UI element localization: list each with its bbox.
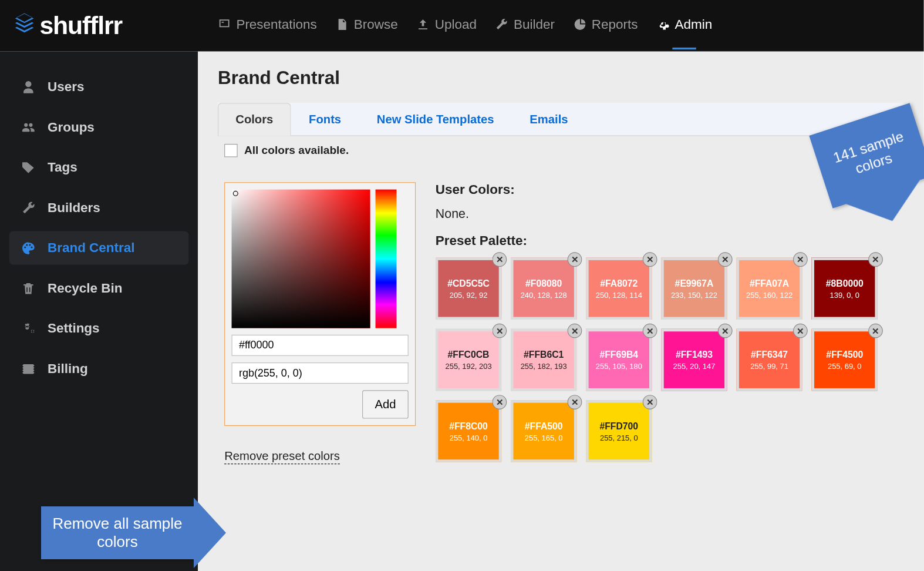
swatch-hex: #FF1493: [676, 350, 713, 360]
page-title: Brand Central: [218, 68, 904, 89]
presentation-icon: [218, 18, 231, 31]
swatch-hex: #8B0000: [826, 278, 864, 288]
all-colors-label: All colors available.: [244, 144, 349, 157]
sidebar-item-groups[interactable]: Groups: [9, 110, 189, 144]
swatch-rgb: 255, 192, 203: [446, 362, 492, 370]
swatch-hex: #FFA500: [525, 421, 563, 431]
sidebar-item-brand-central[interactable]: Brand Central: [9, 231, 189, 264]
sidebar-label: Tags: [48, 160, 77, 175]
remove-swatch-button[interactable]: ✕: [568, 395, 582, 409]
nav-reports[interactable]: Reports: [573, 17, 638, 35]
swatch-hex: #E9967A: [675, 278, 714, 288]
sidebar-label: Users: [48, 79, 85, 95]
remove-swatch-button[interactable]: ✕: [793, 324, 808, 338]
sidebar-item-billing[interactable]: Billing: [9, 352, 189, 385]
nav-upload[interactable]: Upload: [416, 17, 477, 35]
logo-icon: [13, 12, 35, 39]
swatch-rgb: 205, 92, 92: [450, 291, 488, 299]
all-colors-checkbox[interactable]: [224, 144, 237, 157]
sidebar-label: Billing: [48, 361, 88, 377]
remove-swatch-button[interactable]: ✕: [868, 252, 883, 267]
color-swatch[interactable]: ✕#FFA500255, 165, 0: [511, 400, 576, 462]
color-swatch[interactable]: ✕#FF69B4255, 105, 180: [586, 329, 652, 391]
swatch-rgb: 255, 105, 180: [596, 362, 642, 370]
swatch-hex: #FFC0CB: [448, 350, 490, 360]
remove-swatch-button[interactable]: ✕: [793, 252, 808, 267]
nav-presentations[interactable]: Presentations: [218, 17, 317, 35]
color-swatch[interactable]: ✕#F08080240, 128, 128: [511, 257, 576, 320]
swatch-hex: #F08080: [525, 278, 562, 288]
wrench-icon: [495, 18, 508, 31]
nav-admin[interactable]: Admin: [656, 17, 712, 35]
sidebar-label: Brand Central: [48, 240, 135, 256]
swatch-rgb: 250, 128, 114: [596, 291, 642, 299]
color-swatch[interactable]: ✕#FF6347255, 99, 71: [736, 329, 802, 391]
nav-builder[interactable]: Builder: [495, 17, 554, 35]
add-color-button[interactable]: Add: [362, 390, 409, 418]
color-swatch[interactable]: ✕#FF4500255, 69, 0: [812, 329, 878, 391]
sidebar-label: Builders: [48, 200, 100, 216]
nav-label: Reports: [592, 17, 638, 32]
remove-swatch-button[interactable]: ✕: [718, 252, 733, 267]
remove-swatch-button[interactable]: ✕: [493, 324, 507, 338]
tabs: Colors Fonts New Slide Templates Emails: [218, 103, 904, 136]
color-swatch[interactable]: ✕#FFA07A255, 160, 122: [736, 257, 802, 320]
remove-swatch-button[interactable]: ✕: [493, 252, 507, 267]
user-icon: [21, 79, 36, 94]
swatch-hex: #CD5C5C: [447, 278, 490, 288]
swatch-rgb: 255, 160, 122: [746, 291, 793, 299]
picker-handle[interactable]: [233, 191, 238, 196]
color-swatch[interactable]: ✕#E9967A233, 150, 122: [661, 257, 727, 320]
sidebar-item-settings[interactable]: Settings: [9, 312, 189, 345]
upload-icon: [416, 18, 429, 31]
color-swatch[interactable]: ✕#FFD700255, 215, 0: [586, 400, 652, 462]
hue-slider[interactable]: [376, 190, 397, 328]
tab-colors[interactable]: Colors: [218, 103, 291, 136]
colors-panel: Add Remove preset colors User Colors: No…: [218, 167, 904, 478]
nav-label: Browse: [354, 17, 398, 32]
sidebar-item-recycle-bin[interactable]: Recycle Bin: [9, 271, 189, 305]
gears-icon: [21, 321, 36, 336]
color-swatch[interactable]: ✕#CD5C5C205, 92, 92: [436, 257, 501, 320]
color-swatch[interactable]: ✕#8B0000139, 0, 0: [812, 257, 878, 320]
remove-swatch-button[interactable]: ✕: [643, 395, 657, 409]
remove-swatch-button[interactable]: ✕: [568, 324, 582, 338]
trash-icon: [21, 281, 36, 295]
color-swatch[interactable]: ✕#FFB6C1255, 182, 193: [511, 329, 576, 391]
sidebar-item-tags[interactable]: Tags: [9, 150, 189, 184]
tab-new-slide-templates[interactable]: New Slide Templates: [359, 103, 511, 136]
remove-preset-colors-link[interactable]: Remove preset colors: [224, 449, 340, 464]
color-swatch[interactable]: ✕#FFC0CB255, 192, 203: [436, 329, 501, 391]
sidebar-item-builders[interactable]: Builders: [9, 191, 189, 224]
tab-label: New Slide Templates: [377, 113, 494, 126]
color-swatch[interactable]: ✕#FA8072250, 128, 114: [586, 257, 652, 320]
sidebar-label: Recycle Bin: [48, 281, 122, 296]
tab-label: Emails: [530, 113, 568, 126]
remove-swatch-button[interactable]: ✕: [568, 252, 582, 267]
palette-icon: [21, 241, 36, 256]
sidebar-label: Groups: [48, 119, 95, 135]
swatch-rgb: 255, 165, 0: [525, 434, 563, 441]
remove-swatch-button[interactable]: ✕: [493, 395, 507, 409]
tab-emails[interactable]: Emails: [512, 103, 586, 136]
swatch-rgb: 255, 69, 0: [828, 362, 861, 370]
remove-swatch-button[interactable]: ✕: [643, 252, 657, 267]
color-picker: Add: [224, 182, 416, 426]
file-icon: [335, 18, 348, 31]
remove-swatch-button[interactable]: ✕: [643, 324, 657, 338]
callout-remove-all: Remove all sample colors: [41, 506, 194, 559]
remove-swatch-button[interactable]: ✕: [718, 324, 733, 338]
rgb-input[interactable]: [232, 362, 409, 384]
color-swatch[interactable]: ✕#FF8C00255, 140, 0: [436, 400, 501, 462]
swatch-rgb: 255, 140, 0: [450, 434, 488, 441]
sidebar-item-users[interactable]: Users: [9, 70, 189, 103]
color-swatch[interactable]: ✕#FF1493255, 20, 147: [661, 329, 727, 391]
sidebar-label: Settings: [48, 321, 100, 336]
nav-browse[interactable]: Browse: [335, 17, 397, 35]
tab-fonts[interactable]: Fonts: [291, 103, 359, 136]
hex-input[interactable]: [232, 335, 409, 356]
group-icon: [21, 120, 36, 135]
logo[interactable]: shufflrr: [13, 12, 198, 40]
saturation-value-area[interactable]: [232, 190, 370, 328]
remove-swatch-button[interactable]: ✕: [868, 324, 883, 338]
